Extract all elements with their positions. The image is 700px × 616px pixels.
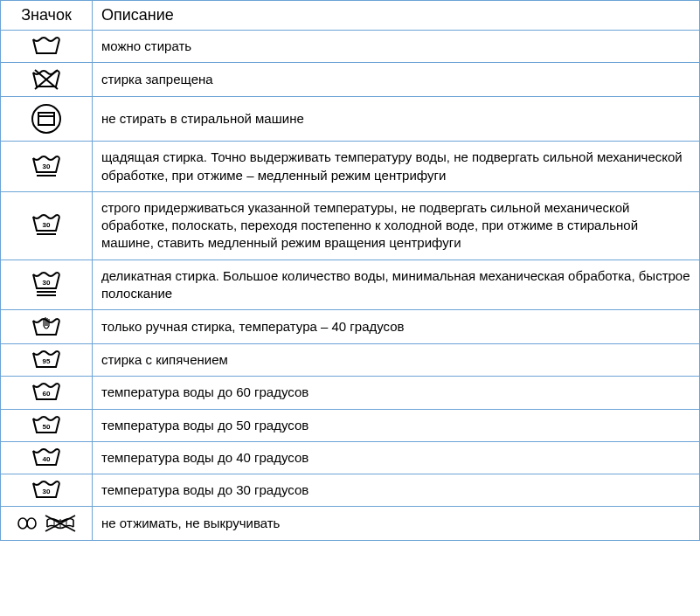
description-cell: стирка запрещена — [93, 63, 700, 97]
table-row: 30 щадящая стирка. Точно выдерживать тем… — [1, 142, 700, 192]
header-icon: Значок — [1, 1, 93, 31]
icon-wash — [1, 31, 93, 63]
wash-no-icon — [31, 68, 61, 91]
laundry-symbols-table: Значок Описание можно стирать — [0, 0, 700, 541]
icon-temp-label: 30 — [43, 279, 51, 287]
table-row: 40 температура воды до 40 градусов — [1, 441, 700, 474]
wash-strict-30-icon: 30 — [31, 213, 61, 238]
wash-30-icon: 30 — [31, 480, 61, 501]
no-wring-icon — [16, 512, 77, 535]
table-row: 30 деликатная стирка. Большое количество… — [1, 260, 700, 310]
svg-point-2 — [32, 105, 60, 133]
icon-temp-label: 60 — [43, 390, 51, 398]
icon-temp-label: 95 — [43, 357, 51, 365]
table-row: можно стирать — [1, 31, 700, 63]
svg-point-10 — [27, 518, 36, 529]
wash-95-icon: 95 — [31, 350, 61, 370]
icon-no-machine — [1, 97, 93, 142]
description-cell: температура воды до 30 градусов — [93, 474, 700, 507]
icon-wash-60: 60 — [1, 377, 93, 409]
header-description: Описание — [93, 1, 700, 31]
description-cell: только ручная стирка, температура – 40 г… — [93, 310, 700, 344]
icon-hand-wash — [1, 310, 93, 344]
icon-wash-30: 30 — [1, 474, 93, 507]
no-machine-icon — [30, 102, 63, 135]
wash-50-icon: 50 — [31, 415, 61, 436]
table-row: 30 строго придерживаться указанной темпе… — [1, 191, 700, 260]
description-cell: строго придерживаться указанной температ… — [93, 191, 700, 260]
icon-wash-50: 50 — [1, 409, 93, 441]
description-cell: щадящая стирка. Точно выдерживать темпер… — [93, 142, 700, 192]
table-row: стирка запрещена — [1, 63, 700, 97]
description-cell: температура воды до 40 градусов — [93, 441, 700, 474]
icon-no-wring — [1, 507, 93, 541]
table-row: только ручная стирка, температура – 40 г… — [1, 310, 700, 344]
wash-40-icon: 40 — [31, 447, 61, 468]
hand-wash-icon — [31, 315, 61, 338]
table-row: 30 температура воды до 30 градусов — [1, 474, 700, 507]
svg-rect-3 — [38, 113, 54, 125]
description-cell: деликатная стирка. Большое количество во… — [93, 260, 700, 310]
table-row: 50 температура воды до 50 градусов — [1, 409, 700, 441]
icon-wash-delicate-30: 30 — [1, 260, 93, 310]
svg-point-9 — [18, 518, 27, 529]
wash-60-icon: 60 — [31, 382, 61, 403]
description-cell: не отжимать, не выкручивать — [93, 507, 700, 541]
table-row: 60 температура воды до 60 градусов — [1, 377, 700, 409]
icon-temp-label: 30 — [43, 488, 51, 495]
icon-wash-strict-30: 30 — [1, 191, 93, 260]
description-cell: температура воды до 50 градусов — [93, 409, 700, 441]
description-cell: не стирать в стиральной машине — [93, 97, 700, 142]
table-body: можно стирать стирка запрещена — [1, 31, 700, 541]
wash-gentle-30-icon: 30 — [31, 155, 61, 179]
icon-temp-label: 30 — [43, 221, 51, 229]
icon-wash-40: 40 — [1, 441, 93, 474]
icon-temp-label: 50 — [43, 423, 51, 431]
table-row: не отжимать, не выкручивать — [1, 507, 700, 541]
description-cell: можно стирать — [93, 31, 700, 63]
icon-wash-no — [1, 63, 93, 97]
table-row: не стирать в стиральной машине — [1, 97, 700, 142]
wash-delicate-30-icon: 30 — [31, 271, 61, 299]
icon-temp-label: 30 — [43, 163, 51, 170]
wash-icon — [31, 36, 61, 57]
icon-temp-label: 40 — [43, 455, 51, 463]
description-cell: температура воды до 60 градусов — [93, 377, 700, 409]
description-cell: стирка с кипячением — [93, 344, 700, 377]
table-row: 95 стирка с кипячением — [1, 344, 700, 377]
icon-wash-gentle-30: 30 — [1, 142, 93, 192]
icon-wash-95: 95 — [1, 344, 93, 377]
